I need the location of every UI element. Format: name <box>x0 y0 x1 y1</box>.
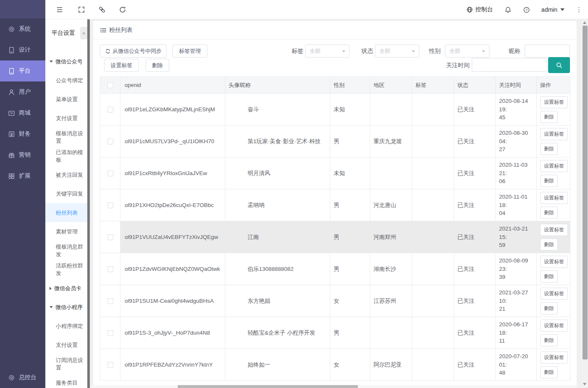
row-delete-button[interactable]: 删除 <box>540 175 558 187</box>
row-checkbox[interactable] <box>107 202 113 208</box>
row-delete-button[interactable]: 删除 <box>540 111 558 123</box>
select-all-checkbox[interactable] <box>107 82 113 88</box>
submenu-group-label: 微信小程序 <box>55 304 83 311</box>
region-cell: 河北唐山 <box>370 189 412 221</box>
bell-icon[interactable] <box>504 6 512 13</box>
submenu-item[interactable]: 粉丝列表 <box>45 203 87 222</box>
tag-filter-value: 全部 <box>310 48 321 54</box>
row-set-tag-button[interactable]: 设置标签 <box>540 224 568 236</box>
sidebar-item-设计[interactable]: 设计 <box>0 39 45 60</box>
row-delete-button[interactable]: 删除 <box>540 239 558 251</box>
follow-time-cell: 2021-03-27 10:21 <box>496 285 537 317</box>
status-filter-select[interactable]: 全部 <box>375 45 419 58</box>
submenu-group[interactable]: 微信公众号 <box>45 52 87 71</box>
tag-manage-button[interactable]: 标签管理 <box>172 45 207 58</box>
submenu-item[interactable]: 小程序绑定 <box>45 317 87 336</box>
row-checkbox[interactable] <box>107 107 113 113</box>
submenu-item[interactable]: 公众号绑定 <box>45 71 87 90</box>
sidebar-item-label: 平台 <box>19 67 31 75</box>
submenu-item[interactable]: 模板消息群发 <box>45 241 87 260</box>
gender-filter-select[interactable]: 全部 <box>445 45 489 58</box>
sidebar-item-总控台[interactable]: 总控台 <box>0 367 45 388</box>
refresh-icon[interactable] <box>119 6 126 13</box>
row-checkbox[interactable] <box>107 362 113 368</box>
sidebar-item-label: 扩展 <box>19 172 31 180</box>
menu-fold-icon[interactable] <box>56 6 63 13</box>
main-area: 粉丝列表 从微信公众号中同步 标签管理 设置标签 删除 标签 全部 状态 <box>90 19 582 388</box>
row-set-tag-button[interactable]: 设置标签 <box>540 96 568 108</box>
sidebar-item-财务[interactable]: 财务 <box>0 123 45 144</box>
delete-button[interactable]: 删除 <box>146 59 169 72</box>
sidebar-item-营销[interactable]: 营销 <box>0 144 45 165</box>
row-set-tag-button[interactable]: 设置标签 <box>540 320 568 332</box>
fullscreen-icon[interactable] <box>78 6 85 13</box>
vertical-scrollbar-thumb[interactable] <box>583 26 588 359</box>
submenu-item[interactable]: 关键字回复 <box>45 184 87 203</box>
row-set-tag-button[interactable]: 设置标签 <box>540 192 568 204</box>
sync-icon <box>105 48 111 54</box>
console-link[interactable]: 控制台 <box>466 6 493 13</box>
follow-time-input[interactable] <box>472 58 547 72</box>
sidebar-item-扩展[interactable]: 扩展 <box>0 165 45 186</box>
extension-icon <box>8 173 15 180</box>
submenu-item[interactable]: 素材管理 <box>45 222 87 241</box>
row-checkbox[interactable] <box>107 266 113 272</box>
status-cell: 已关注 <box>454 157 496 189</box>
row-set-tag-button[interactable]: 设置标签 <box>540 351 568 364</box>
collapse-sidebar-button[interactable]: « <box>80 27 87 39</box>
row-set-tag-button[interactable]: 设置标签 <box>540 288 568 300</box>
sidebar-item-平台[interactable]: 平台 <box>0 60 45 81</box>
set-tag-button[interactable]: 设置标签 <box>104 59 139 72</box>
submenu-item[interactable]: 服务类目 <box>45 373 87 388</box>
row-set-tag-button[interactable]: 设置标签 <box>540 256 568 268</box>
submenu-item[interactable]: 支付设置 <box>45 109 87 128</box>
submenu-item[interactable]: 已添加的模板 <box>45 147 87 165</box>
submenu-item[interactable]: 订阅消息设置 <box>45 354 87 373</box>
row-checkbox[interactable] <box>107 139 113 144</box>
user-menu[interactable]: admin <box>541 6 564 13</box>
sidebar-item-商城[interactable]: 商城 <box>0 102 45 123</box>
tag-filter-select[interactable]: 全部 <box>305 45 350 58</box>
nickname-input[interactable] <box>525 45 570 58</box>
sync-from-wechat-button[interactable]: 从微信公众号中同步 <box>100 45 167 58</box>
table-row: ol91P1S-3_ohJjyV-_HoP7dun4N8 轻酷宝&企米子 小程序… <box>100 317 570 349</box>
row-delete-button[interactable]: 删除 <box>540 143 558 155</box>
nickname-cell: 江南 <box>225 221 330 253</box>
submenu-item[interactable]: 菜单设置 <box>45 90 87 109</box>
sidebar-item-用户[interactable]: 用户 <box>0 81 45 102</box>
row-set-tag-button[interactable]: 设置标签 <box>540 128 568 140</box>
scroll-down-arrow-icon[interactable] <box>583 383 586 385</box>
row-checkbox[interactable] <box>107 170 113 176</box>
row-set-tag-button[interactable]: 设置标签 <box>540 160 568 172</box>
submenu-item[interactable]: 支付设置 <box>45 336 87 354</box>
table-row: ol91P1SU1M-Ceai0ght4wdguBHsA 东方艳姐 女 江苏苏州… <box>100 285 570 317</box>
row-delete-button[interactable]: 删除 <box>540 270 558 283</box>
scroll-up-arrow-icon[interactable] <box>583 21 586 24</box>
row-checkbox[interactable] <box>107 298 113 304</box>
gender-cell: 男 <box>330 317 370 349</box>
submenu-item[interactable]: 被关注回复 <box>45 165 87 184</box>
submenu-group[interactable]: 微信会员卡 <box>45 279 87 298</box>
row-delete-button[interactable]: 删除 <box>540 334 558 346</box>
submenu-item-label: 已添加的模板 <box>56 149 87 164</box>
horizontal-scrollbar-thumb[interactable] <box>178 385 358 388</box>
submenu-list: 微信公众号 公众号绑定 菜单设置 支付设置 模板消息设置 已添加的模板 被关注回… <box>45 52 87 388</box>
help-icon[interactable]: ? <box>523 6 530 13</box>
submenu-item-label: 被关注回复 <box>56 171 83 179</box>
sidebar-item-label: 总控台 <box>19 374 37 381</box>
row-checkbox[interactable] <box>107 330 113 336</box>
submenu-item[interactable]: 模板消息设置 <box>45 128 87 147</box>
submenu-title: 平台设置 <box>52 29 75 37</box>
sidebar-item-系统[interactable]: 系统 <box>0 18 45 39</box>
row-delete-button[interactable]: 删除 <box>540 302 558 315</box>
submenu-group[interactable]: 微信小程序 <box>45 298 87 317</box>
row-delete-button[interactable]: 删除 <box>540 207 558 219</box>
more-menu-icon[interactable]: ⋮ <box>576 6 582 13</box>
submenu-item[interactable]: 活跃粉丝群发 <box>45 260 87 279</box>
row-delete-button[interactable]: 删除 <box>540 366 558 378</box>
search-button[interactable] <box>548 57 570 73</box>
status-cell: 已关注 <box>454 189 496 221</box>
tag-cell <box>412 189 454 221</box>
row-checkbox[interactable] <box>107 234 113 240</box>
link-icon[interactable] <box>98 6 106 13</box>
